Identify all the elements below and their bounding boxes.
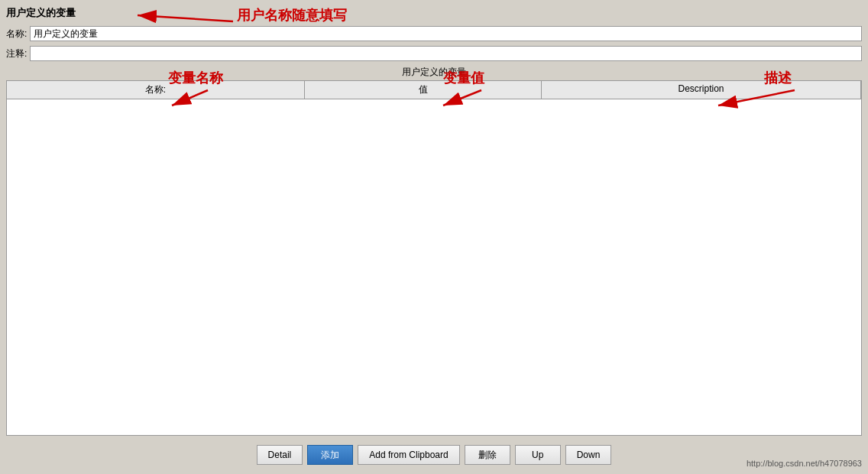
table-body — [7, 99, 861, 435]
detail-button[interactable]: Detail — [257, 445, 303, 465]
name-row: 名称: — [6, 26, 862, 41]
table-header: 名称: 值 Description — [7, 81, 861, 99]
add-from-clipboard-button[interactable]: Add from Clipboard — [358, 445, 459, 465]
down-button[interactable]: Down — [565, 445, 612, 465]
col-desc-header: Description — [542, 81, 861, 99]
variables-table: 名称: 值 Description — [6, 80, 862, 436]
table-section-wrapper: 用户定义的变量 名称: 值 Description — [6, 66, 862, 436]
col-name-header: 名称: — [7, 81, 305, 99]
comment-input[interactable] — [30, 46, 862, 61]
add-button[interactable]: 添加 — [307, 445, 353, 465]
table-section-label: 用户定义的变量 — [6, 66, 862, 79]
watermark: http://blog.csdn.net/h47078963 — [747, 459, 862, 468]
name-input[interactable] — [30, 26, 862, 41]
name-label: 名称: — [6, 28, 27, 41]
section-title: 用户定义的变量 — [6, 6, 862, 20]
delete-button[interactable]: 删除 — [465, 445, 510, 465]
main-panel: 用户定义的变量 名称: 注释: 用户定义的变量 名称: 值 Descriptio… — [0, 0, 868, 474]
col-value-header: 值 — [305, 81, 542, 99]
button-bar: Detail 添加 Add from Clipboard 删除 Up Down — [6, 439, 862, 468]
up-button[interactable]: Up — [515, 445, 561, 465]
comment-row: 注释: — [6, 46, 862, 61]
comment-label: 注释: — [6, 47, 27, 60]
